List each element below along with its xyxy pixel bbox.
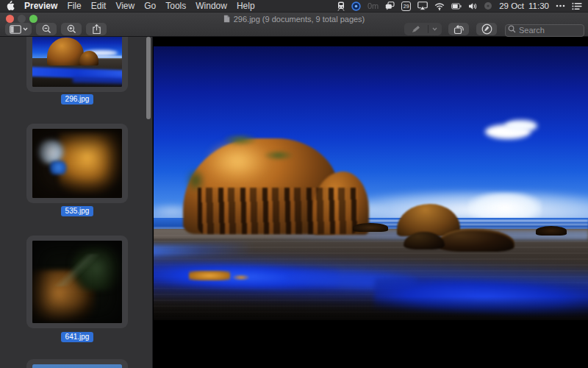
- search-field-wrap: [505, 23, 584, 35]
- markup-icon: [481, 24, 492, 35]
- input-source-icon[interactable]: [484, 1, 492, 10]
- train-icon[interactable]: [337, 1, 345, 11]
- photo-gold-reflection-1: [189, 271, 230, 280]
- window-title: 296.jpg (9 documents, 9 total pages): [234, 15, 365, 24]
- highlighter-icon: [411, 24, 421, 34]
- calendar-icon[interactable]: 29: [401, 1, 411, 11]
- battery-icon[interactable]: [451, 3, 462, 10]
- thumbnail-label-row-3: 641.jpg: [26, 332, 128, 342]
- highlighter-segment[interactable]: [404, 23, 428, 35]
- app-menu-preview[interactable]: Preview: [24, 1, 57, 11]
- thumbnail-item-2[interactable]: [26, 124, 128, 203]
- thumb1-stream-2: [73, 76, 122, 84]
- menu-go[interactable]: Go: [144, 1, 156, 11]
- photo-rock-crevices: [198, 188, 358, 234]
- menu-edit[interactable]: Edit: [91, 1, 107, 11]
- screen: Preview File Edit View Go Tools Window H…: [0, 0, 588, 368]
- menu-bar-left: Preview File Edit View Go Tools Window H…: [6, 1, 255, 11]
- menu-clock[interactable]: 29 Oct 11:30: [499, 1, 549, 10]
- photo-cloud-top-right-2: [505, 120, 537, 132]
- thumbnail-item-3[interactable]: [26, 236, 128, 328]
- clock-time: 11:30: [528, 1, 549, 10]
- status-duration-text[interactable]: 0m: [368, 1, 379, 10]
- chevron-down-icon: [432, 27, 437, 31]
- thumbnail-image-535[interactable]: [32, 129, 122, 198]
- highlighter-menu-segment[interactable]: [429, 23, 441, 35]
- apple-icon: [6, 1, 15, 11]
- image-view-area: [153, 37, 588, 368]
- window-chrome: 296.jpg (9 documents, 9 total pages): [0, 13, 588, 37]
- photo-rock-vegetation-2: [264, 150, 293, 160]
- chevron-down-icon: [23, 27, 28, 31]
- thumbnail-item-4[interactable]: [26, 359, 128, 368]
- thumbnail-image-296[interactable]: [32, 37, 122, 87]
- menu-view[interactable]: View: [115, 1, 135, 11]
- thumb2-vignette: [32, 129, 122, 198]
- menu-bar: Preview File Edit View Go Tools Window H…: [0, 0, 588, 13]
- photo-small-rock-2: [536, 226, 567, 236]
- share-icon: [92, 24, 101, 35]
- thumbnail-label-row-1: 296.jpg: [26, 94, 128, 105]
- chat-icon[interactable]: [385, 1, 395, 10]
- calendar-day: 29: [404, 4, 409, 9]
- volume-icon[interactable]: [468, 2, 477, 10]
- thumb4-blue-sky: [32, 364, 122, 368]
- apple-menu[interactable]: [6, 1, 15, 11]
- thumb1-rock-2: [79, 51, 98, 66]
- rotate-button[interactable]: [448, 23, 469, 35]
- thumbnail-item-1[interactable]: [26, 37, 128, 92]
- zoom-out-icon: [42, 24, 51, 34]
- thumbnail-label-296[interactable]: 296.jpg: [61, 94, 94, 105]
- photo-rock-vegetation-1: [223, 134, 257, 146]
- thumbnail-image-641[interactable]: [32, 241, 122, 323]
- notification-center-icon[interactable]: [572, 2, 582, 10]
- sidebar-scrollbar-thumb[interactable]: [146, 37, 151, 119]
- window-title-row: 296.jpg (9 documents, 9 total pages): [0, 14, 588, 24]
- photo-rock-sunlit-highlight: [207, 141, 268, 182]
- search-icon: [508, 25, 516, 33]
- document-icon: [223, 15, 230, 23]
- ellipsis-icon[interactable]: [556, 4, 565, 7]
- menu-tools[interactable]: Tools: [165, 1, 186, 11]
- menu-window[interactable]: Window: [196, 1, 227, 11]
- search-input[interactable]: [505, 24, 584, 37]
- zoom-in-button[interactable]: [61, 23, 82, 35]
- thumbnail-sidebar: 296.jpg 535.jpg 64: [0, 37, 153, 368]
- menu-bar-status: 0m 29 29 Oct 11:30: [337, 1, 582, 11]
- wifi-icon[interactable]: [434, 2, 445, 10]
- clock-date: 29 Oct: [499, 1, 524, 10]
- thumbnail-image-4[interactable]: [32, 364, 122, 368]
- photo-small-rock-1: [353, 223, 388, 232]
- sidebar-view-icon: [10, 25, 21, 34]
- share-button[interactable]: [86, 23, 107, 35]
- status-dial-icon[interactable]: [351, 1, 361, 11]
- photo-foreground-rocks: [437, 229, 514, 252]
- zoom-in-icon: [67, 24, 76, 34]
- thumb3-vignette: [32, 241, 122, 323]
- thumbnail-label-535[interactable]: 535.jpg: [61, 206, 94, 216]
- photo-cumulus-cloud: [468, 192, 542, 219]
- rotate-left-icon: [453, 24, 465, 35]
- photo-foreground-shadow: [154, 297, 588, 320]
- airplay-icon[interactable]: [417, 1, 428, 10]
- photo-gold-reflection-2: [233, 275, 249, 280]
- thumb1-rock: [47, 38, 84, 66]
- thumbnail-label-641[interactable]: 641.jpg: [61, 332, 94, 342]
- highlight-split-button[interactable]: [404, 23, 442, 35]
- markup-button[interactable]: [476, 23, 497, 35]
- main-photo-296: [154, 46, 588, 320]
- sidebar-view-button[interactable]: [5, 23, 32, 35]
- menu-help[interactable]: Help: [237, 1, 255, 11]
- menu-file[interactable]: File: [67, 1, 81, 11]
- thumbnail-label-row-2: 535.jpg: [26, 206, 128, 216]
- zoom-out-button[interactable]: [36, 23, 57, 35]
